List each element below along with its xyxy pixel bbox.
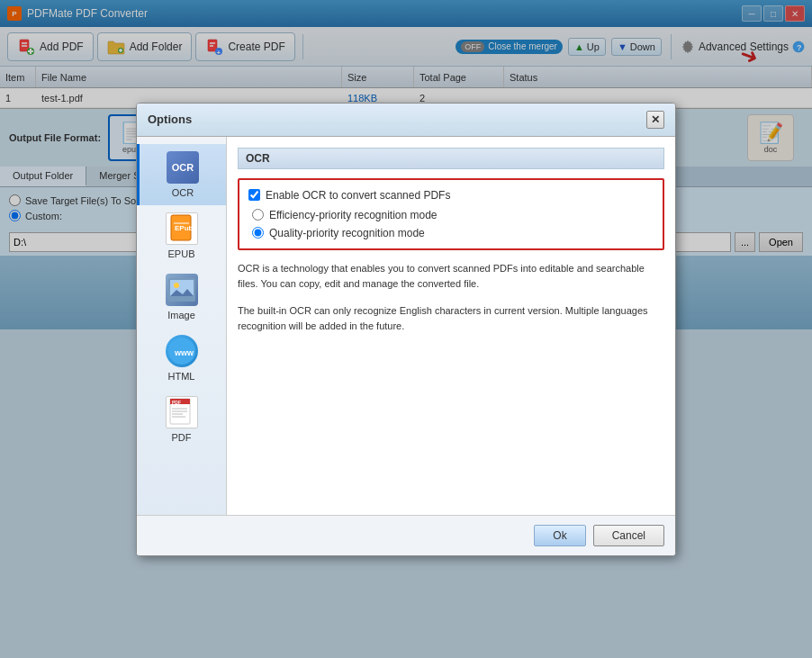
pdf-sidebar-icon: PDF [166,396,198,428]
html-sidebar-label: HTML [168,371,195,382]
svg-text:EPub: EPub [175,224,194,232]
recognition-mode-group: Efficiency-priority recognition mode Qua… [248,209,654,239]
epub-sidebar-icon: EPub [166,212,198,245]
dialog-title-bar: Options ✕ [137,104,675,137]
section-title: OCR [238,148,664,169]
svg-point-22 [174,283,179,288]
dialog-close-button[interactable]: ✕ [646,111,664,129]
sidebar-item-epub[interactable]: EPub EPUB [137,205,226,266]
enable-ocr-row: Enable OCR to convert scanned PDFs [248,189,654,202]
quality-mode-row: Quality-priority recognition mode [252,227,654,239]
options-dialog: Options ✕ OCR OCR EPub EPUB [136,103,676,556]
dialog-content: OCR Enable OCR to convert scanned PDFs E… [227,137,675,515]
dialog-footer: Ok Cancel [137,515,675,555]
sidebar-item-ocr[interactable]: OCR OCR [137,144,226,205]
sidebar-item-html[interactable]: www HTML [137,328,226,389]
enable-ocr-label: Enable OCR to convert scanned PDFs [266,189,450,202]
ocr-sidebar-label: OCR [172,187,194,198]
dialog-body: OCR OCR EPub EPUB Image [137,137,675,515]
enable-ocr-checkbox[interactable] [248,189,260,201]
ocr-sidebar-icon: OCR [167,151,199,184]
efficiency-mode-row: Efficiency-priority recognition mode [252,209,654,221]
ocr-options-box: Enable OCR to convert scanned PDFs Effic… [238,178,664,250]
html-sidebar-icon: www [166,335,198,367]
dialog-overlay: Options ✕ OCR OCR EPub EPUB [0,0,812,658]
cancel-button[interactable]: Cancel [593,525,664,546]
sidebar-item-image[interactable]: Image [137,266,226,328]
ocr-desc-2: The built-in OCR can only recognize Engl… [238,303,664,335]
epub-sidebar-label: EPUB [168,248,195,259]
dialog-sidebar: OCR OCR EPub EPUB Image [137,137,227,515]
dialog-title-text: Options [148,113,192,126]
ok-button[interactable]: Ok [534,525,585,546]
quality-mode-radio[interactable] [252,227,264,239]
efficiency-mode-radio[interactable] [252,209,264,221]
quality-mode-label: Quality-priority recognition mode [269,227,425,239]
pdf-sidebar-label: PDF [172,432,192,443]
svg-text:www: www [174,348,194,357]
image-sidebar-label: Image [167,310,195,320]
efficiency-mode-label: Efficiency-priority recognition mode [269,209,438,221]
image-sidebar-icon [166,274,198,306]
sidebar-item-pdf[interactable]: PDF PDF [137,389,226,450]
svg-text:PDF: PDF [172,399,181,404]
ocr-desc-1: OCR is a technology that enables you to … [238,261,664,293]
